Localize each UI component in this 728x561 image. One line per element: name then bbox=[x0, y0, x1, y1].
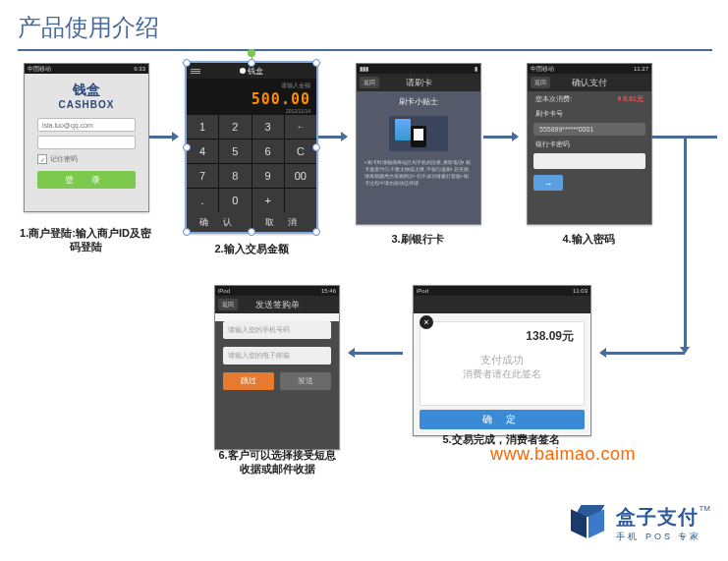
logo-zh: 钱盒 bbox=[73, 82, 100, 99]
key-3[interactable]: 3 bbox=[252, 115, 284, 139]
key-2[interactable]: 2 bbox=[219, 115, 251, 139]
brand-logo: 盒子支付 TM 手机 POS 专家 bbox=[571, 504, 710, 543]
step4-caption: 4.输入密码 bbox=[554, 232, 623, 246]
key-9[interactable]: 9 bbox=[252, 164, 284, 188]
cancel-button[interactable]: 取 消 bbox=[252, 212, 317, 232]
key-dot[interactable]: . bbox=[187, 189, 218, 212]
password-field[interactable] bbox=[37, 136, 136, 149]
amount-display: 500.00 bbox=[187, 90, 310, 108]
rotate-handle[interactable] bbox=[248, 49, 255, 57]
back-button[interactable]: 返回 bbox=[360, 77, 379, 88]
close-icon[interactable]: × bbox=[420, 315, 433, 329]
key-7[interactable]: 7 bbox=[187, 164, 218, 188]
key-0[interactable]: 0 bbox=[219, 189, 251, 212]
step5-screen: iPod11:03 × 138.09元 支付成功 消费者请在此签名 确 定 bbox=[413, 285, 591, 436]
arrow-4-down bbox=[684, 136, 687, 352]
email-field[interactable]: isla.luo@qq.com bbox=[37, 118, 136, 132]
logo-en: CASHBOX bbox=[58, 99, 114, 110]
step2-caption: 2.输入交易金额 bbox=[202, 242, 301, 255]
swipe-tips: • 刷卡时请确保终端已与手机的连接,接听电话• 刷卡速度均匀,不要太快或太慢,平… bbox=[357, 155, 480, 191]
remember-checkbox[interactable]: ✓ bbox=[37, 154, 47, 164]
step1-screen: 中国移动9:33 钱盒 CASHBOX isla.luo@qq.com ✓记住密… bbox=[24, 63, 149, 212]
page-title: 产品使用介绍 bbox=[0, 0, 728, 49]
swipe-illustration bbox=[389, 116, 448, 151]
step3-caption: 3.刷银行卡 bbox=[383, 232, 452, 246]
key-6[interactable]: 6 bbox=[252, 140, 284, 163]
skip-button[interactable]: 跳过 bbox=[223, 372, 274, 390]
login-button[interactable]: 登 录 bbox=[37, 171, 136, 189]
step6-screen: iPod15:46 返回发送签购单 请输入您的手机号码 请输入您的电子邮箱 跳过… bbox=[214, 285, 340, 450]
key-4[interactable]: 4 bbox=[187, 140, 218, 163]
pay-amount: ¥ 0.01元 bbox=[618, 94, 644, 104]
key-plus[interactable]: + bbox=[252, 189, 284, 212]
key-1[interactable]: 1 bbox=[187, 115, 218, 139]
step1-caption: 1.商户登陆:输入商户ID及密码登陆 bbox=[20, 226, 151, 253]
key-00[interactable]: 00 bbox=[285, 164, 316, 188]
email-input[interactable]: 请输入您的电子邮箱 bbox=[223, 347, 331, 365]
arrow-5-6 bbox=[350, 352, 403, 355]
key-clear[interactable]: C bbox=[285, 140, 316, 163]
cube-icon bbox=[571, 505, 608, 542]
card-number: 555899******0001 bbox=[533, 123, 645, 136]
step3-screen: ▮▮▮▮ 返回请刷卡 刷卡小贴士 • 刷卡时请确保终端已与手机的连接,接听电话•… bbox=[356, 63, 481, 225]
step6-caption: 6.客户可以选择接受短息收据或邮件收据 bbox=[214, 448, 340, 476]
swipe-title: 刷卡小贴士 bbox=[357, 91, 480, 112]
back-button[interactable]: 返回 bbox=[531, 77, 550, 88]
key-5[interactable]: 5 bbox=[219, 140, 251, 163]
menu-icon[interactable] bbox=[191, 69, 200, 74]
pin-input[interactable] bbox=[533, 153, 645, 169]
key-8[interactable]: 8 bbox=[219, 164, 251, 188]
key-back[interactable]: ← bbox=[285, 115, 316, 139]
arrow-2-3 bbox=[318, 136, 346, 139]
success-text: 支付成功 bbox=[480, 353, 524, 367]
paid-amount: 138.09元 bbox=[526, 328, 574, 345]
sign-prompt[interactable]: 消费者请在此签名 bbox=[463, 367, 541, 381]
app-logo: 钱盒 bbox=[240, 66, 263, 77]
phone-input[interactable]: 请输入您的手机号码 bbox=[223, 321, 331, 339]
ok-button[interactable]: 确 定 bbox=[420, 410, 585, 429]
arrow-1-2 bbox=[149, 136, 177, 139]
arrow-3-4 bbox=[483, 136, 517, 139]
watermark: www.baimao.com bbox=[490, 444, 636, 465]
submit-button[interactable]: → bbox=[533, 175, 563, 191]
send-button[interactable]: 发送 bbox=[280, 372, 331, 390]
back-button[interactable]: 返回 bbox=[218, 299, 238, 310]
step4-screen: 中国移动11:27 返回确认支付 您本次消费:¥ 0.01元 刷卡卡号 5558… bbox=[527, 63, 652, 225]
arrow-to-5 bbox=[601, 352, 685, 355]
confirm-button[interactable]: 确 认 bbox=[187, 212, 252, 232]
step2-screen[interactable]: 钱盒 请输入金额 500.00 2012/11/14 1 2 3 ← 4 5 6… bbox=[185, 61, 318, 234]
